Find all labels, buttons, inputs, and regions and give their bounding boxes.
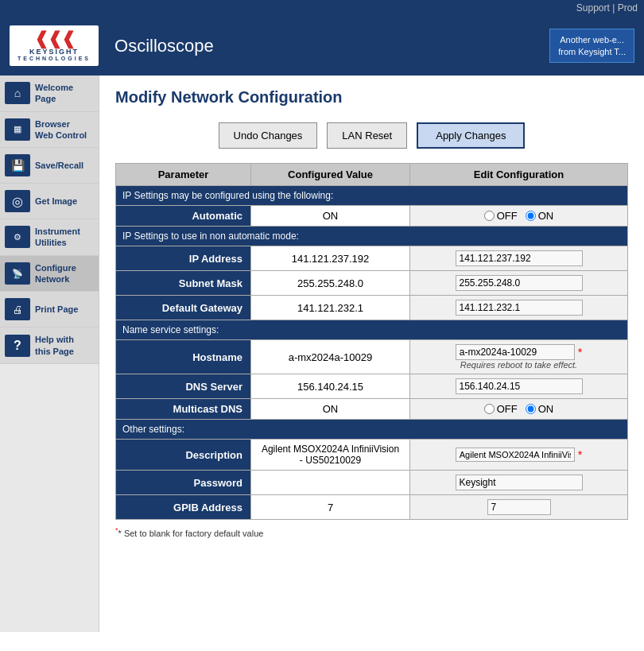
- radio-multicast-on-label[interactable]: ON: [526, 403, 554, 415]
- param-description: Description: [116, 440, 251, 471]
- config-table: Parameter Configured Value Edit Configur…: [115, 163, 628, 520]
- param-automatic: Automatic: [116, 206, 251, 227]
- layout: ⌂ WelcomePage ▦ BrowserWeb Control 💾 Sav…: [0, 76, 644, 632]
- input-subnet-mask[interactable]: [456, 275, 583, 291]
- radio-multicast-off[interactable]: [484, 404, 495, 414]
- description-star: *: [578, 448, 582, 461]
- sidebar-item-get-image[interactable]: ◎ Get Image: [0, 184, 99, 219]
- table-row: GPIB Address 7: [116, 495, 628, 520]
- sidebar-item-welcome[interactable]: ⌂ WelcomePage: [0, 76, 99, 112]
- prod-link[interactable]: Prod: [618, 2, 638, 14]
- browser-icon: ▦: [5, 118, 30, 141]
- table-row: Description Agilent MSOX2024A InfiniiVis…: [116, 440, 628, 471]
- top-bar: Support | Prod: [0, 0, 644, 16]
- value-description: Agilent MSOX2024A InfiniiVision- US50210…: [251, 440, 410, 471]
- value-hostname: a-mx2024a-10029: [251, 340, 410, 374]
- table-row: Hostname a-mx2024a-10029 * Requires rebo…: [116, 340, 628, 374]
- edit-dns-server: [410, 374, 628, 399]
- help-icon: ?: [5, 335, 30, 357]
- lan-reset-button[interactable]: LAN Reset: [327, 122, 407, 149]
- edit-ip-address: [410, 246, 628, 271]
- input-default-gateway[interactable]: [456, 300, 583, 316]
- sidebar-item-print[interactable]: 🖨 Print Page: [0, 292, 99, 327]
- main-content: Modify Network Configuration Undo Change…: [99, 76, 644, 632]
- save-icon: 💾: [5, 154, 30, 176]
- sidebar-item-instrument-utilities[interactable]: ⚙ InstrumentUtilities: [0, 219, 99, 256]
- page-title: Modify Network Configuration: [115, 88, 628, 107]
- col-header-parameter: Parameter: [116, 164, 251, 186]
- edit-gpib-address: [410, 495, 628, 520]
- sidebar-item-help[interactable]: ? Help withthis Page: [0, 327, 99, 364]
- param-default-gateway: Default Gateway: [116, 296, 251, 320]
- input-hostname[interactable]: [456, 344, 575, 360]
- section-other-header: Other settings:: [116, 420, 628, 440]
- section-ip-nonauto-title: IP Settings to use in non automatic mode…: [116, 227, 628, 246]
- image-icon: ◎: [5, 190, 30, 212]
- input-description[interactable]: [456, 448, 575, 462]
- edit-subnet-mask: [410, 271, 628, 296]
- sidebar-label-welcome: WelcomePage: [35, 82, 73, 105]
- section-ip-nonauto-header: IP Settings to use in non automatic mode…: [116, 227, 628, 246]
- radio-automatic-on-label[interactable]: ON: [526, 210, 554, 222]
- radio-automatic-off[interactable]: [484, 211, 495, 221]
- value-dns-server: 156.140.24.15: [251, 374, 410, 399]
- section-name-service-title: Name service settings:: [116, 320, 628, 340]
- network-icon: 📡: [5, 262, 30, 285]
- logo-brand: KEYSIGHT: [29, 48, 79, 56]
- radio-automatic-off-label[interactable]: OFF: [484, 210, 518, 222]
- sidebar-item-configure-network[interactable]: 📡 ConfigureNetwork: [0, 256, 99, 293]
- col-header-edit: Edit Configuration: [410, 164, 628, 186]
- undo-button[interactable]: Undo Changes: [219, 122, 318, 149]
- hostname-note: Requires reboot to take effect.: [418, 360, 619, 370]
- table-row: Password: [116, 471, 628, 495]
- radio-multicast-on[interactable]: [526, 404, 536, 414]
- radio-automatic-on[interactable]: [526, 211, 536, 221]
- sidebar: ⌂ WelcomePage ▦ BrowserWeb Control 💾 Sav…: [0, 76, 99, 632]
- value-multicast-dns: ON: [251, 399, 410, 420]
- header-title: Oscilloscope: [114, 36, 549, 56]
- input-password[interactable]: [456, 475, 583, 490]
- value-password: [251, 471, 410, 495]
- sidebar-label-network: ConfigureNetwork: [35, 262, 76, 285]
- table-row: Subnet Mask 255.255.248.0: [116, 271, 628, 296]
- sidebar-label-help: Help withthis Page: [35, 334, 74, 357]
- alt-web-button[interactable]: Another web-e...from Keysight T...: [549, 29, 634, 63]
- table-row: DNS Server 156.140.24.15: [116, 374, 628, 399]
- section-ip-auto-title: IP Settings may be configured using the …: [116, 186, 628, 206]
- param-dns-server: DNS Server: [116, 374, 251, 399]
- param-subnet-mask: Subnet Mask: [116, 271, 251, 296]
- sidebar-label-image: Get Image: [35, 196, 77, 207]
- value-subnet-mask: 255.255.248.0: [251, 271, 410, 296]
- section-other-title: Other settings:: [116, 420, 628, 440]
- sidebar-item-save-recall[interactable]: 💾 Save/Recall: [0, 148, 99, 184]
- support-link[interactable]: Support |: [576, 2, 615, 14]
- print-icon: 🖨: [5, 298, 30, 320]
- utilities-icon: ⚙: [5, 226, 30, 248]
- sidebar-item-browser-web-control[interactable]: ▦ BrowserWeb Control: [0, 112, 99, 149]
- param-multicast-dns: Multicast DNS: [116, 399, 251, 420]
- action-buttons: Undo Changes LAN Reset Apply Changes: [115, 122, 628, 149]
- sidebar-label-browser: BrowserWeb Control: [35, 118, 87, 141]
- input-dns-server[interactable]: [456, 378, 583, 394]
- input-gpib-address[interactable]: [487, 499, 551, 515]
- table-row: Multicast DNS ON OFF ON: [116, 399, 628, 420]
- param-gpib-address: GPIB Address: [116, 495, 251, 520]
- param-password: Password: [116, 471, 251, 495]
- apply-button[interactable]: Apply Changes: [417, 122, 525, 149]
- hostname-star: *: [578, 346, 582, 358]
- edit-automatic: OFF ON: [410, 206, 628, 227]
- logo-mark: ❰❰❰: [34, 30, 75, 48]
- logo: ❰❰❰ KEYSIGHT TECHNOLOGIES: [10, 25, 99, 66]
- param-ip-address: IP Address: [116, 246, 251, 271]
- section-ip-auto-header: IP Settings may be configured using the …: [116, 186, 628, 206]
- edit-description: *: [410, 440, 628, 471]
- col-header-configured: Configured Value: [251, 164, 410, 186]
- input-ip-address[interactable]: [456, 250, 583, 266]
- header: ❰❰❰ KEYSIGHT TECHNOLOGIES Oscilloscope A…: [0, 16, 644, 76]
- radio-multicast-off-label[interactable]: OFF: [484, 403, 518, 415]
- edit-multicast-dns: OFF ON: [410, 399, 628, 420]
- value-ip-address: 141.121.237.192: [251, 246, 410, 271]
- home-icon: ⌂: [5, 82, 30, 104]
- param-hostname: Hostname: [116, 340, 251, 374]
- sidebar-label-utilities: InstrumentUtilities: [35, 226, 80, 249]
